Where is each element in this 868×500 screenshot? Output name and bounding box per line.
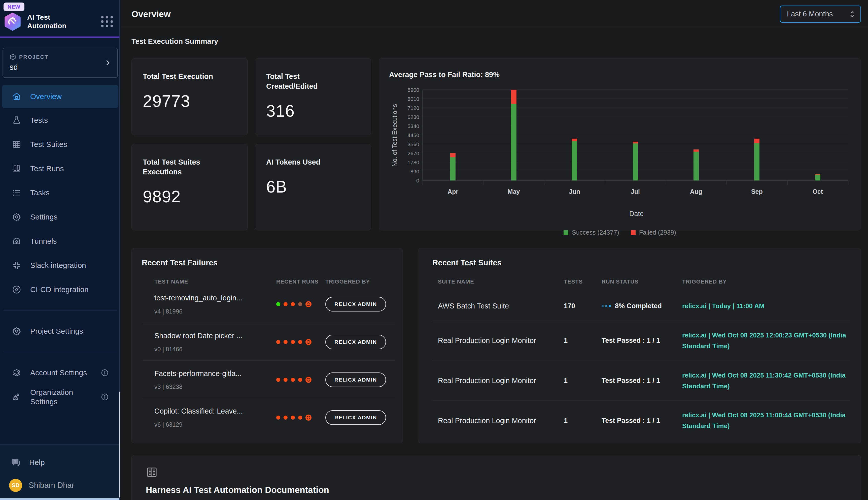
sidebar-item-slack-integration[interactable]: Slack integration — [0, 253, 120, 277]
sidebar-item-test-suites[interactable]: Test Suites — [0, 132, 120, 157]
sidebar-item-label: Tunnels — [30, 237, 57, 246]
recent-run-dots[interactable] — [276, 339, 325, 345]
sidebar-item-label: Account Settings — [30, 368, 87, 377]
run-dot-success[interactable] — [276, 302, 280, 306]
table-header-row: SUITE NAME TESTS RUN STATUS TRIGGERED BY — [432, 279, 851, 285]
suite-trigger-link[interactable]: relicx.ai | Wed Oct 08 2025 12:00:23 GMT… — [682, 330, 851, 352]
triggered-by-button[interactable]: RELICX ADMIN — [325, 373, 386, 387]
sidebar-item-settings[interactable]: Settings — [0, 205, 120, 229]
x-tick-label: Apr — [423, 188, 483, 195]
recent-run-dots[interactable] — [276, 377, 325, 383]
suite-trigger-link[interactable]: relicx.ai | Wed Oct 08 2025 11:00:44 GMT… — [682, 410, 851, 431]
sidebar-item-tasks[interactable]: Tasks — [0, 181, 120, 205]
help-chat-icon: ? — [11, 458, 21, 467]
table-row[interactable]: Real Production Login Monitor 1 Test Pas… — [432, 321, 851, 361]
flask-icon — [12, 116, 21, 125]
table-row[interactable]: Copilot: Classified: Leave... v6 | 63129… — [142, 398, 395, 436]
recent-run-dots[interactable] — [276, 301, 325, 307]
table-row[interactable]: AWS Batch Test Suite 170 8% Completed re… — [432, 292, 851, 321]
info-icon[interactable] — [101, 393, 109, 401]
run-dot-fail[interactable] — [291, 378, 295, 382]
bar-jun[interactable] — [572, 139, 577, 180]
test-name[interactable]: test-removing_auto_login... — [154, 294, 276, 303]
triggered-by-button[interactable]: RELICX ADMIN — [325, 335, 386, 349]
app-logo-icon — [3, 13, 22, 31]
gear-icon — [12, 213, 21, 221]
test-name[interactable]: Facets-performance-gitla... — [154, 369, 276, 378]
run-dot-fail[interactable] — [291, 340, 295, 344]
table-row[interactable]: Real Production Login Monitor 1 Test Pas… — [432, 361, 851, 401]
run-dot-muted[interactable] — [298, 302, 302, 306]
run-dot-fail[interactable] — [298, 416, 302, 420]
run-dot-fail[interactable] — [283, 378, 288, 382]
sidebar-scrollbar-thumb[interactable] — [119, 391, 120, 498]
suite-name[interactable]: AWS Batch Test Suite — [438, 302, 564, 310]
suite-trigger-link[interactable]: relicx.ai | Wed Oct 08 2025 11:30:42 GMT… — [682, 370, 851, 391]
suite-tests: 1 — [564, 337, 601, 344]
sidebar-item-project-settings[interactable]: Project Settings — [0, 319, 120, 343]
sidebar-item-tests[interactable]: Tests — [0, 108, 120, 132]
sidebar-item-test-runs[interactable]: Test Runs — [0, 157, 120, 181]
user-menu[interactable]: SD Shibam Dhar — [0, 473, 120, 498]
run-dot-ring[interactable] — [305, 339, 312, 345]
suite-status: Test Passed : 1 / 1 — [601, 417, 682, 425]
test-name[interactable]: Copilot: Classified: Leave... — [154, 407, 276, 416]
recent-run-dots[interactable] — [276, 414, 325, 421]
run-dot-fail[interactable] — [276, 416, 280, 420]
project-selector[interactable]: PROJECT sd — [2, 48, 118, 78]
date-range-value: Last 6 Months — [787, 10, 833, 18]
suite-name[interactable]: Real Production Login Monitor — [438, 376, 564, 385]
suite-trigger-link[interactable]: relicx.ai | Today | 11:00 AM — [682, 301, 851, 311]
x-tick-label: May — [483, 188, 544, 195]
home-icon — [12, 92, 21, 101]
chart-plot-area: AprMayJunJulAugSepOct — [422, 90, 848, 181]
table-row[interactable]: Shadow root Date picker ... v0 | 81466 R… — [142, 323, 395, 361]
stat-label: Total Test Created/Edited — [266, 71, 342, 91]
sidebar-item-cicd-integration[interactable]: CI-CD integration — [0, 277, 120, 302]
triggered-by-button[interactable]: RELICX ADMIN — [325, 297, 386, 311]
app-launcher-icon[interactable] — [101, 16, 113, 27]
sidebar-item-organization-settings[interactable]: Organization Settings — [0, 385, 120, 409]
run-dot-fail[interactable] — [298, 378, 302, 382]
project-label: PROJECT — [19, 54, 49, 60]
sidebar-item-overview[interactable]: Overview — [2, 85, 118, 108]
run-dot-fail[interactable] — [283, 302, 288, 306]
bar-apr[interactable] — [450, 153, 456, 180]
triggered-by-button[interactable]: RELICX ADMIN — [325, 410, 386, 425]
bar-oct[interactable] — [815, 174, 820, 180]
help-button[interactable]: ? Help — [0, 452, 120, 473]
run-dot-fail[interactable] — [298, 340, 302, 344]
table-row[interactable]: Facets-performance-gitla... v3 | 63238 R… — [142, 361, 395, 398]
run-dot-fail[interactable] — [291, 302, 295, 306]
sidebar-item-account-settings[interactable]: Account Settings — [0, 361, 120, 385]
stat-value: 6B — [266, 177, 360, 196]
stat-card-ai-tokens-used: AI Tokens Used 6B — [255, 144, 371, 230]
pass-fail-chart-card: Average Pass to Fail Ratio: 89% No. of T… — [379, 58, 861, 230]
bar-may[interactable] — [511, 90, 516, 180]
bar-aug[interactable] — [693, 149, 699, 180]
run-dot-fail[interactable] — [283, 416, 288, 420]
run-dot-fail[interactable] — [283, 340, 288, 344]
bar-jul[interactable] — [633, 141, 638, 181]
horizontal-scrollbar[interactable] — [0, 498, 120, 500]
suite-name[interactable]: Real Production Login Monitor — [438, 417, 564, 425]
table-row[interactable]: test-removing_auto_login... v4 | 81996 R… — [142, 285, 395, 323]
table-row[interactable]: Real Production Login Monitor 1 Test Pas… — [432, 401, 851, 441]
tunnel-icon — [12, 237, 21, 246]
col-recent-runs: RECENT RUNS — [276, 279, 325, 285]
run-dot-ring[interactable] — [305, 377, 312, 383]
sidebar-item-tunnels[interactable]: Tunnels — [0, 229, 120, 253]
docs-book-icon — [146, 466, 847, 478]
sidebar-item-label: Tests — [30, 116, 48, 125]
run-dot-fail[interactable] — [276, 340, 280, 344]
date-range-select[interactable]: Last 6 Months — [780, 5, 861, 23]
test-name[interactable]: Shadow root Date picker ... — [154, 331, 276, 340]
run-dot-ring[interactable] — [305, 414, 312, 421]
run-dot-ring[interactable] — [305, 301, 312, 307]
suite-name[interactable]: Real Production Login Monitor — [438, 337, 564, 345]
bar-sep[interactable] — [754, 139, 760, 180]
y-tick-label: 7120 — [408, 105, 419, 111]
run-dot-fail[interactable] — [276, 378, 280, 382]
run-dot-fail[interactable] — [291, 416, 295, 420]
info-icon[interactable] — [101, 369, 109, 377]
